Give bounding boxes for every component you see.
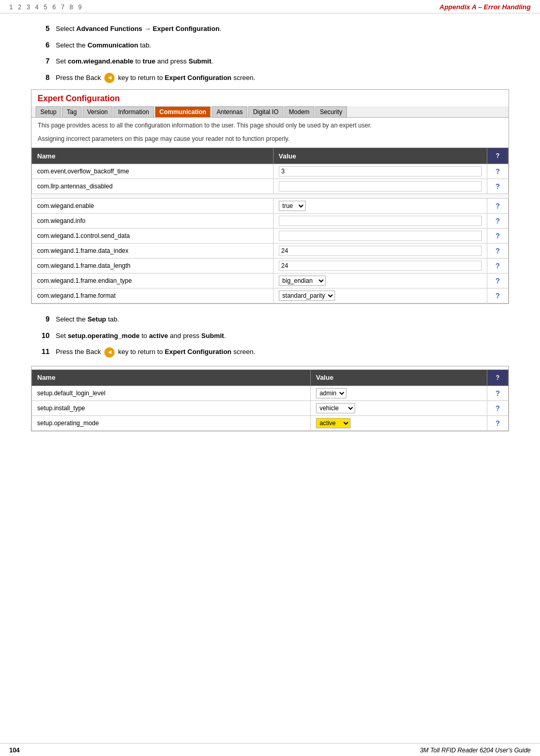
tab-tag[interactable]: Tag: [62, 106, 81, 117]
help-question[interactable]: ?: [496, 182, 500, 190]
row-value: true false: [273, 199, 487, 214]
tab-digital-io[interactable]: Digital IO: [248, 106, 283, 117]
step-num-6: 6: [31, 40, 50, 49]
row-name: com.event.overflow_backoff_time: [32, 164, 274, 179]
col-header-help-2: ?: [487, 369, 509, 385]
tab-security[interactable]: Security: [315, 106, 347, 117]
help-question[interactable]: ?: [496, 247, 500, 255]
back-icon-2[interactable]: [104, 347, 115, 358]
tab-information[interactable]: Information: [114, 106, 154, 117]
endian-type-select[interactable]: big_endian little_endian: [279, 276, 326, 286]
panel-tabs-1: Setup Tag Version Information Communicat…: [31, 106, 509, 118]
wiegand-enable-select[interactable]: true false: [279, 201, 306, 211]
tab-setup[interactable]: Setup: [36, 106, 61, 117]
help-question[interactable]: ?: [496, 389, 500, 397]
operating-mode-select[interactable]: active passive: [316, 418, 351, 428]
row-value: [273, 164, 487, 179]
tab-modem[interactable]: Modem: [284, 106, 314, 117]
help-question[interactable]: ?: [496, 217, 500, 225]
row-name: com.wiegand.1.frame.data_index: [32, 244, 274, 259]
step-8: 8 Press the Back key to return to Expert…: [31, 73, 509, 84]
page-header: 1 2 3 4 5 6 7 8 9 Appendix A – Error Han…: [0, 0, 540, 13]
config-table-2: Name Value ? setup.default_login_level a…: [31, 369, 509, 431]
back-icon[interactable]: [104, 73, 115, 83]
help-cell: ?: [487, 214, 509, 229]
page-number: 104: [9, 747, 20, 754]
table-row: setup.operating_mode active passive ?: [32, 415, 509, 430]
row-name: com.wiegand.1.frame.data_length: [32, 259, 274, 274]
step-num-11: 11: [31, 347, 50, 356]
nav-8[interactable]: 8: [70, 4, 73, 11]
row-value: [273, 259, 487, 274]
help-question[interactable]: ?: [496, 404, 500, 412]
footer-book-title: 3M Toll RFID Reader 6204 User's Guide: [420, 747, 531, 754]
step-7: 7 Set com.wiegand.enable to true and pre…: [31, 56, 509, 67]
step-num-7: 7: [31, 56, 50, 65]
step-text-11: Press the Back key to return to Expert C…: [56, 347, 509, 358]
help-cell: ?: [487, 385, 509, 400]
help-cell: ?: [487, 179, 509, 194]
nav-2[interactable]: 2: [18, 4, 22, 11]
nav-9[interactable]: 9: [78, 4, 82, 11]
help-question[interactable]: ?: [496, 232, 500, 240]
value-input[interactable]: [279, 166, 482, 176]
page-nav: 1 2 3 4 5 6 7 8 9: [9, 4, 82, 11]
nav-1[interactable]: 1: [9, 4, 13, 11]
help-cell: ?: [487, 229, 509, 244]
help-cell: ?: [487, 274, 509, 288]
row-value: admin user: [310, 385, 487, 400]
nav-4[interactable]: 4: [35, 4, 39, 11]
row-name: setup.operating_mode: [32, 415, 311, 430]
expert-config-panel-1: Expert Configuration Setup Tag Version I…: [31, 89, 509, 304]
step-num-5: 5: [31, 24, 50, 33]
help-cell: ?: [487, 288, 509, 303]
step-text-9: Select the Setup tab.: [56, 314, 509, 325]
table-row: com.wiegand.1.frame.format standard_pari…: [32, 288, 509, 303]
help-question[interactable]: ?: [496, 277, 500, 285]
help-question[interactable]: ?: [496, 262, 500, 270]
row-name: com.llrp.antennas_disabled: [32, 179, 274, 194]
value-input[interactable]: [279, 231, 482, 241]
login-level-select[interactable]: admin user: [316, 388, 346, 398]
help-cell: ?: [487, 164, 509, 179]
help-cell: ?: [487, 400, 509, 415]
help-question[interactable]: ?: [496, 167, 500, 175]
table-row: com.wiegand.enable true false ?: [32, 199, 509, 214]
col-header-value-2: Value: [310, 369, 487, 385]
help-question[interactable]: ?: [496, 292, 500, 300]
row-name: com.wiegand.enable: [32, 199, 274, 214]
help-cell: ?: [487, 199, 509, 214]
step-10: 10 Set setup.operating_mode to active an…: [31, 331, 509, 341]
value-input[interactable]: [279, 261, 482, 271]
nav-5[interactable]: 5: [44, 4, 47, 11]
help-question[interactable]: ?: [496, 202, 500, 210]
help-question[interactable]: ?: [496, 419, 500, 427]
step-11: 11 Press the Back key to return to Exper…: [31, 347, 509, 358]
row-name: com.wiegand.info: [32, 214, 274, 229]
panel-desc-1: This page provides acess to all the conf…: [31, 118, 509, 131]
help-cell: ?: [487, 259, 509, 274]
step-num-8: 8: [31, 73, 50, 82]
nav-6[interactable]: 6: [52, 4, 56, 11]
row-name: setup.install_type: [32, 400, 311, 415]
nav-7[interactable]: 7: [61, 4, 65, 11]
row-value: vehicle portal handheld: [310, 400, 487, 415]
step-text-8: Press the Back key to return to Expert C…: [56, 73, 509, 84]
tab-communication[interactable]: Communication: [155, 106, 211, 117]
nav-3[interactable]: 3: [26, 4, 30, 11]
install-type-select[interactable]: vehicle portal handheld: [316, 403, 355, 413]
row-name: com.wiegand.1.frame.format: [32, 288, 274, 303]
row-value: active passive: [310, 415, 487, 430]
table-row: com.wiegand.1.frame.data_index ?: [32, 244, 509, 259]
tab-version[interactable]: Version: [83, 106, 113, 117]
tab-antennas[interactable]: Antennas: [212, 106, 247, 117]
table-row: setup.default_login_level admin user ?: [32, 385, 509, 400]
value-input[interactable]: [279, 246, 482, 256]
col-header-name-2: Name: [32, 369, 311, 385]
help-icon-header-2: ?: [493, 373, 503, 383]
table-row: com.wiegand.1.frame.endian_type big_endi…: [32, 274, 509, 288]
value-input[interactable]: [279, 216, 482, 226]
value-input[interactable]: [279, 181, 482, 191]
expert-config-panel-2: Name Value ? setup.default_login_level a…: [31, 366, 509, 431]
frame-format-select[interactable]: standard_parity custom: [279, 291, 335, 301]
